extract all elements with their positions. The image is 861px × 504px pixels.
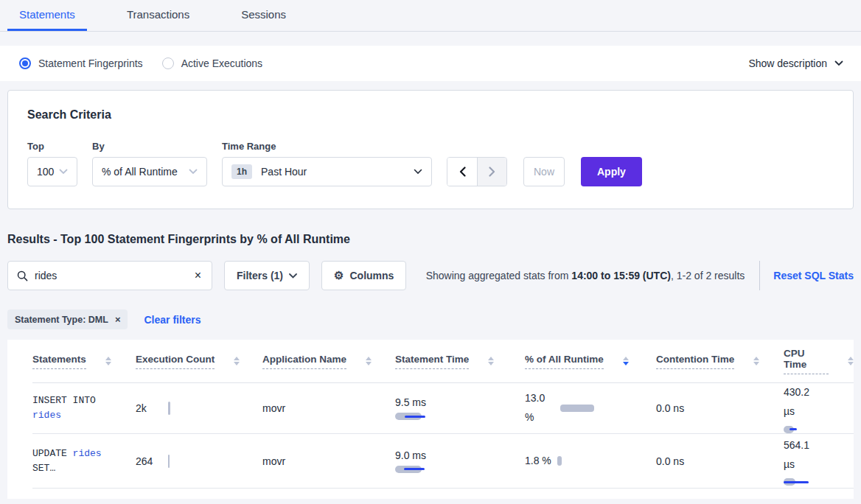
columns-button[interactable]: ⚙ Columns xyxy=(321,261,406,290)
radio-unselected-icon[interactable] xyxy=(162,57,174,69)
results-heading: Results - Top 100 Statement Fingerprints… xyxy=(7,233,854,246)
search-input[interactable] xyxy=(35,270,193,281)
cpu-time-bar xyxy=(784,478,854,486)
active-filters-row: Statement Type: DML × Clear filters xyxy=(7,309,854,329)
col-header-application-name[interactable]: Application Name xyxy=(262,354,395,369)
by-select[interactable]: % of All Runtime xyxy=(92,157,207,186)
chevron-down-icon xyxy=(289,273,297,279)
time-range-label: Time Range xyxy=(222,141,432,152)
runtime-pct-value: 13.0 % xyxy=(525,389,554,427)
stats-time-range: 14:00 to 15:59 (UTC) xyxy=(571,270,671,281)
radio-label: Active Executions xyxy=(181,57,263,69)
statement-time-value: 9.5 ms xyxy=(395,396,525,408)
col-header-runtime-pct[interactable]: % of All Runtime xyxy=(525,354,656,369)
execution-count-value: 264 xyxy=(136,455,168,467)
tab-transactions[interactable]: Transactions xyxy=(115,0,201,31)
statement-fingerprint: INSERT INTO rides xyxy=(32,393,118,423)
application-name-value: movr xyxy=(262,402,395,414)
contention-time-value: 0.0 ns xyxy=(656,455,784,467)
execution-count-bar xyxy=(168,402,170,415)
show-description-toggle[interactable]: Show description xyxy=(748,57,843,69)
clear-search-icon[interactable]: × xyxy=(193,269,203,282)
statement-time-bar xyxy=(395,413,525,420)
runtime-pct-bar xyxy=(560,405,594,412)
statement-search-box[interactable]: × xyxy=(7,261,212,290)
statement-time-bar xyxy=(395,466,525,473)
sort-icon[interactable] xyxy=(366,357,372,365)
time-range-select[interactable]: 1h Past Hour xyxy=(222,157,432,186)
time-range-value: Past Hour xyxy=(261,166,307,178)
chevron-down-icon xyxy=(414,169,422,175)
col-header-statement-time[interactable]: Statement Time xyxy=(395,354,525,369)
aggregated-stats-text: Showing aggregated stats from 14:00 to 1… xyxy=(426,270,745,281)
now-button[interactable]: Now xyxy=(523,157,565,186)
filters-label: Filters (1) xyxy=(237,270,283,281)
sort-icon[interactable] xyxy=(753,357,759,365)
cpu-time-bar xyxy=(784,426,854,433)
clear-filters-link[interactable]: Clear filters xyxy=(144,314,201,326)
top-value: 100 xyxy=(37,166,54,178)
chevron-down-icon xyxy=(189,169,198,175)
search-criteria-card: Search Criteria Top 100 By % of All Runt… xyxy=(7,90,854,209)
gear-icon: ⚙ xyxy=(334,269,344,282)
reset-sql-stats-link[interactable]: Reset SQL Stats xyxy=(773,270,854,281)
time-range-badge: 1h xyxy=(231,164,252,179)
time-range-field: Time Range 1h Past Hour xyxy=(222,141,432,186)
chevron-left-icon xyxy=(459,167,466,177)
sort-icon-active[interactable] xyxy=(623,357,629,365)
radio-active-executions[interactable]: Active Executions xyxy=(162,57,263,69)
application-name-value: movr xyxy=(262,455,395,467)
prev-time-button[interactable] xyxy=(447,158,477,186)
execution-count-value: 2k xyxy=(136,402,168,414)
table-row[interactable]: UPDATE rides SET… 264 movr 9.0 ms 1.8 % … xyxy=(32,434,854,489)
filter-chip-statement-type[interactable]: Statement Type: DML × xyxy=(7,309,128,329)
time-nav-group xyxy=(447,157,507,186)
by-label: By xyxy=(92,141,207,152)
cpu-time-value: 564.1 µs xyxy=(784,436,819,475)
by-field: By % of All Runtime xyxy=(92,141,207,186)
chevron-down-icon xyxy=(59,169,68,175)
statement-time-value: 9.0 ms xyxy=(395,449,525,461)
execution-count-bar xyxy=(168,455,170,468)
search-icon xyxy=(17,270,28,281)
apply-button[interactable]: Apply xyxy=(581,157,642,186)
filter-chip-label: Statement Type: DML xyxy=(15,315,108,325)
cpu-time-value: 430.2 µs xyxy=(784,383,819,421)
filters-button[interactable]: Filters (1) xyxy=(224,261,310,290)
col-header-statements[interactable]: Statements xyxy=(32,354,136,369)
statement-link[interactable]: rides xyxy=(73,448,102,459)
contention-time-value: 0.0 ns xyxy=(656,402,784,414)
remove-filter-icon[interactable]: × xyxy=(115,314,121,325)
divider xyxy=(759,261,760,290)
results-controls-row: × Filters (1) ⚙ Columns Showing aggregat… xyxy=(7,261,854,290)
col-header-execution-count[interactable]: Execution Count xyxy=(136,354,262,369)
radio-statement-fingerprints[interactable]: Statement Fingerprints xyxy=(19,57,143,69)
table-header-row: Statements Execution Count Application N… xyxy=(32,340,854,383)
statement-fingerprint: UPDATE rides SET… xyxy=(32,447,118,476)
view-toggle-row: Statement Fingerprints Active Executions… xyxy=(0,46,861,81)
chevron-right-icon xyxy=(489,167,495,177)
top-select[interactable]: 100 xyxy=(27,157,77,186)
show-description-label: Show description xyxy=(748,57,827,69)
by-value: % of All Runtime xyxy=(102,166,178,178)
radio-selected-icon[interactable] xyxy=(19,57,31,69)
table-row[interactable]: INSERT INTO rides 2k movr 9.5 ms 13.0 % … xyxy=(32,383,854,434)
sort-icon[interactable] xyxy=(234,357,240,365)
sort-icon[interactable] xyxy=(488,357,494,365)
tab-statements[interactable]: Statements xyxy=(7,0,87,31)
col-header-cpu-time[interactable]: CPU Time xyxy=(784,348,854,374)
runtime-pct-value: 1.8 % xyxy=(525,452,551,471)
runtime-pct-bar xyxy=(557,456,562,466)
card-title: Search Criteria xyxy=(27,108,834,122)
radio-label: Statement Fingerprints xyxy=(38,57,143,69)
chevron-down-icon xyxy=(834,60,843,66)
columns-label: Columns xyxy=(349,270,394,281)
statement-link[interactable]: rides xyxy=(32,410,61,421)
col-header-contention-time[interactable]: Contention Time xyxy=(656,354,784,369)
sort-icon[interactable] xyxy=(848,357,854,365)
tab-sessions[interactable]: Sessions xyxy=(229,0,298,31)
sort-icon[interactable] xyxy=(105,357,111,365)
next-time-button[interactable] xyxy=(477,158,506,186)
top-label: Top xyxy=(27,141,77,152)
sql-activity-tabs: Statements Transactions Sessions xyxy=(0,0,861,32)
